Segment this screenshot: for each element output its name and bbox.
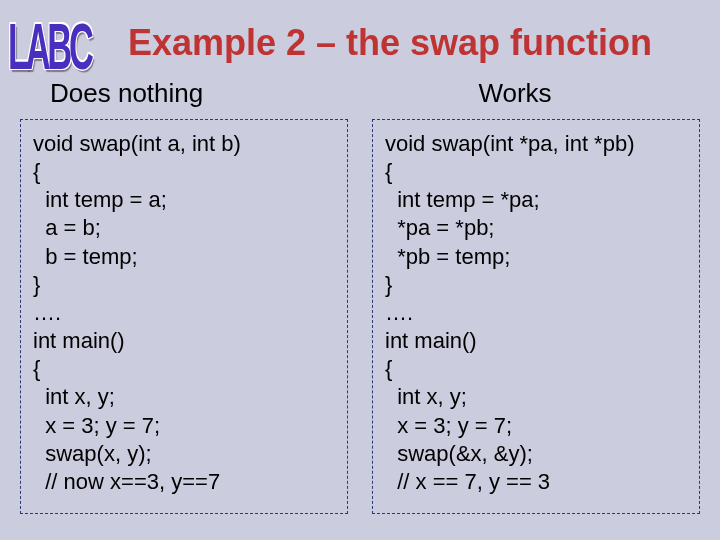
slide-title: Example 2 – the swap function (0, 0, 720, 64)
code-columns: void swap(int a, int b) { int temp = a; … (0, 109, 720, 514)
code-right: void swap(int *pa, int *pb) { int temp =… (385, 130, 687, 514)
subtitle-row: Does nothing Works (0, 78, 720, 109)
code-left: void swap(int a, int b) { int temp = a; … (33, 130, 335, 514)
code-box-left: void swap(int a, int b) { int temp = a; … (20, 119, 348, 514)
logo-wordart: LABC (8, 10, 91, 84)
code-box-right: void swap(int *pa, int *pb) { int temp =… (372, 119, 700, 514)
subtitle-right: Works (360, 78, 690, 109)
